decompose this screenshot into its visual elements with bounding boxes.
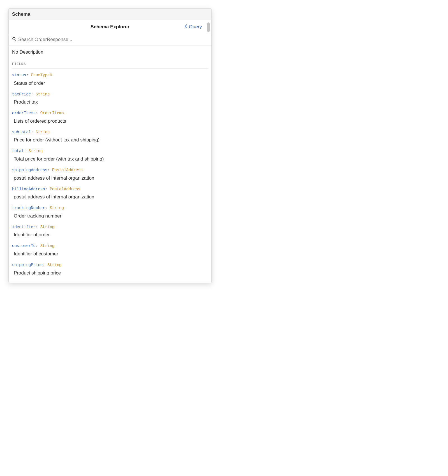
field-name-link[interactable]: orderItems	[12, 111, 36, 115]
chevron-left-icon	[184, 24, 187, 30]
field-description: postal address of internal organization	[12, 175, 208, 181]
field-colon: :	[43, 263, 47, 267]
search-row	[9, 34, 211, 45]
explorer-title: Schema Explorer	[12, 24, 208, 30]
field-item: taxPrice: StringProduct tax	[12, 92, 208, 105]
svg-line-1	[15, 40, 16, 41]
field-colon: :	[36, 111, 40, 115]
field-item: billingAddress: PostalAddresspostal addr…	[12, 187, 208, 200]
field-name-link[interactable]: billingAddress	[12, 187, 45, 191]
field-signature: trackingNumber: String	[12, 205, 208, 211]
field-colon: :	[36, 225, 40, 229]
fields-section-label: FIELDS	[12, 62, 208, 69]
field-description: Identifier of customer	[12, 251, 208, 257]
field-signature: shippingAddress: PostalAddress	[12, 168, 208, 173]
field-description: postal address of internal organization	[12, 194, 208, 200]
field-item: identifier: StringIdentifier of order	[12, 225, 208, 238]
content-area: No Description FIELDS status: EnumType0S…	[9, 45, 211, 283]
field-type-link[interactable]: String	[40, 244, 54, 248]
field-name-link[interactable]: shippingAddress	[12, 168, 47, 172]
panel-title: Schema	[12, 12, 30, 17]
explorer-header: Schema Explorer Query	[9, 20, 211, 34]
field-colon: :	[47, 168, 52, 172]
field-description: Product tax	[12, 99, 208, 105]
field-type-link[interactable]: String	[40, 225, 54, 229]
back-link-label: Query	[189, 24, 202, 30]
field-colon: :	[36, 244, 40, 248]
field-signature: subtotal: String	[12, 130, 208, 135]
field-description: Order tracking number	[12, 213, 208, 219]
field-colon: :	[26, 73, 31, 77]
field-item: orderItems: OrderItemsLists of ordered p…	[12, 111, 208, 124]
back-to-query-link[interactable]: Query	[184, 24, 202, 30]
field-name-link[interactable]: trackingNumber	[12, 206, 45, 210]
type-description: No Description	[12, 49, 208, 55]
field-name-link[interactable]: shippingPrice	[12, 263, 43, 267]
field-item: status: EnumType0Status of order	[12, 73, 208, 86]
field-signature: billingAddress: PostalAddress	[12, 187, 208, 192]
field-signature: taxPrice: String	[12, 92, 208, 97]
field-colon: :	[31, 92, 36, 97]
field-type-link[interactable]: OrderItems	[40, 111, 64, 115]
field-description: Total price for order (with tax and ship…	[12, 156, 208, 162]
field-type-link[interactable]: String	[47, 263, 61, 267]
field-colon: :	[31, 130, 36, 134]
field-name-link[interactable]: identifier	[12, 225, 36, 229]
field-description: Identifier of order	[12, 232, 208, 238]
field-type-link[interactable]: String	[50, 206, 64, 210]
field-description: Status of order	[12, 81, 208, 86]
field-type-link[interactable]: String	[36, 130, 50, 134]
field-type-link[interactable]: String	[36, 92, 50, 97]
field-signature: identifier: String	[12, 225, 208, 230]
field-item: subtotal: StringPrice for order (without…	[12, 130, 208, 143]
field-colon: :	[24, 149, 29, 153]
field-colon: :	[45, 187, 50, 191]
field-item: customerId: StringIdentifier of customer	[12, 243, 208, 257]
field-name-link[interactable]: total	[12, 149, 24, 153]
field-name-link[interactable]: customerId	[12, 244, 36, 248]
field-list: status: EnumType0Status of ordertaxPrice…	[12, 73, 208, 276]
field-description: Product shipping price	[12, 270, 208, 276]
field-item: total: StringTotal price for order (with…	[12, 148, 208, 162]
field-type-link[interactable]: PostalAddress	[52, 168, 83, 172]
field-signature: customerId: String	[12, 243, 208, 249]
field-type-link[interactable]: PostalAddress	[50, 187, 80, 191]
field-description: Lists of ordered products	[12, 118, 208, 124]
field-item: shippingPrice: StringProduct shipping pr…	[12, 262, 208, 276]
field-signature: shippingPrice: String	[12, 262, 208, 268]
field-item: trackingNumber: StringOrder tracking num…	[12, 205, 208, 219]
field-signature: total: String	[12, 148, 208, 154]
schema-panel: Schema Schema Explorer Query No Descript…	[8, 8, 212, 283]
field-name-link[interactable]: subtotal	[12, 130, 31, 134]
field-name-link[interactable]: status	[12, 73, 26, 77]
field-description: Price for order (without tax and shippin…	[12, 137, 208, 143]
search-input[interactable]	[18, 37, 208, 42]
scrollbar-thumb[interactable]	[207, 22, 210, 32]
field-colon: :	[45, 206, 50, 210]
panel-title-bar: Schema	[9, 9, 211, 20]
field-type-link[interactable]: EnumType0	[31, 73, 52, 77]
field-type-link[interactable]: String	[29, 149, 43, 153]
search-icon	[12, 37, 18, 42]
field-name-link[interactable]: taxPrice	[12, 92, 31, 97]
field-item: shippingAddress: PostalAddresspostal add…	[12, 168, 208, 181]
field-signature: orderItems: OrderItems	[12, 111, 208, 116]
field-signature: status: EnumType0	[12, 73, 208, 78]
